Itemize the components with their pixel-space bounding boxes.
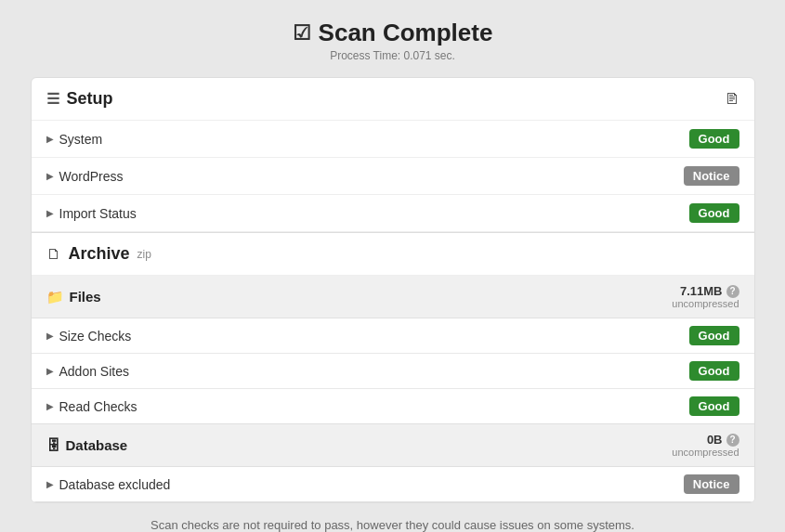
files-row-read-checks[interactable]: ▶ Read Checks Good [32, 389, 754, 423]
database-header: 🗄 Database 0B ? uncompressed [32, 424, 754, 467]
database-subsection: 🗄 Database 0B ? uncompressed ▶ Database … [32, 424, 754, 502]
setup-title: ☰ Setup [46, 89, 113, 109]
files-row-size-checks[interactable]: ▶ Size Checks Good [32, 318, 754, 354]
files-title: 📁 Files [46, 289, 101, 305]
row-label-import: Import Status [59, 206, 137, 221]
badge-read-checks: Good [689, 396, 739, 416]
row-label-wordpress: WordPress [59, 169, 124, 184]
export-icon[interactable]: 🖹 [725, 91, 739, 108]
arrow-icon: ▶ [46, 401, 54, 411]
footer-line1: Scan checks are not required to pass, ho… [150, 516, 635, 532]
arrow-icon: ▶ [46, 331, 54, 341]
badge-system: Good [689, 129, 739, 149]
list-icon: ☰ [46, 90, 59, 108]
files-title-text: Files [70, 289, 101, 305]
archive-sub: zip [137, 248, 151, 261]
database-title-text: Database [66, 437, 128, 453]
files-subsection: 📁 Files 7.11MB ? uncompressed ▶ Size Che… [32, 276, 754, 424]
database-icon: 🗄 [46, 437, 60, 453]
files-size-label: uncompressed [672, 298, 739, 309]
setup-row-system[interactable]: ▶ System Good [32, 121, 754, 158]
files-row-addon-sites[interactable]: ▶ Addon Sites Good [32, 354, 754, 389]
footer-note: Scan checks are not required to pass, ho… [150, 516, 635, 532]
process-time: Process Time: 0.071 sec. [293, 49, 493, 62]
setup-title-text: Setup [67, 89, 113, 109]
label-addon-sites: Addon Sites [59, 364, 130, 379]
database-size: 0B [707, 433, 723, 447]
label-size-checks: Size Checks [59, 329, 132, 344]
archive-section: 🗋 Archive zip 📁 Files 7.11MB ? uncompres… [32, 232, 754, 502]
setup-row-wordpress[interactable]: ▶ WordPress Notice [32, 158, 754, 195]
arrow-icon: ▶ [46, 366, 54, 376]
badge-addon-sites: Good [689, 361, 739, 381]
arrow-icon: ▶ [46, 134, 54, 144]
arrow-icon: ▶ [46, 479, 54, 489]
db-row-excluded[interactable]: ▶ Database excluded Notice [32, 467, 754, 501]
files-header: 📁 Files 7.11MB ? uncompressed [32, 276, 754, 318]
row-label-system: System [59, 132, 103, 147]
database-size-label: uncompressed [672, 447, 739, 458]
folder-icon: 📁 [46, 289, 64, 305]
badge-db-excluded: Notice [684, 474, 739, 494]
label-read-checks: Read Checks [59, 399, 137, 414]
database-title: 🗄 Database [46, 437, 128, 453]
archive-header: 🗋 Archive zip [32, 233, 754, 276]
setup-row-import[interactable]: ▶ Import Status Good [32, 195, 754, 232]
database-meta: 0B ? uncompressed [672, 433, 739, 458]
archive-icon: 🗋 [46, 246, 61, 263]
setup-section-header: ☰ Setup 🖹 [32, 78, 754, 121]
page-header: ☑ Scan Complete Process Time: 0.071 sec. [293, 19, 493, 62]
label-db-excluded: Database excluded [59, 477, 171, 492]
files-size: 7.11MB [680, 284, 723, 298]
files-meta: 7.11MB ? uncompressed [672, 284, 739, 309]
page-title: ☑ Scan Complete [293, 19, 493, 47]
badge-size-checks: Good [689, 326, 739, 345]
arrow-icon: ▶ [46, 171, 54, 181]
main-card: ☰ Setup 🖹 ▶ System Good ▶ WordPress Noti… [31, 77, 755, 503]
check-icon: ☑ [293, 21, 311, 45]
help-icon-db[interactable]: ? [726, 434, 739, 447]
title-text: Scan Complete [319, 19, 493, 47]
badge-wordpress: Notice [684, 166, 739, 186]
archive-title-text: Archive [69, 244, 130, 264]
arrow-icon: ▶ [46, 208, 54, 218]
badge-import: Good [689, 203, 739, 223]
help-icon[interactable]: ? [726, 285, 739, 298]
